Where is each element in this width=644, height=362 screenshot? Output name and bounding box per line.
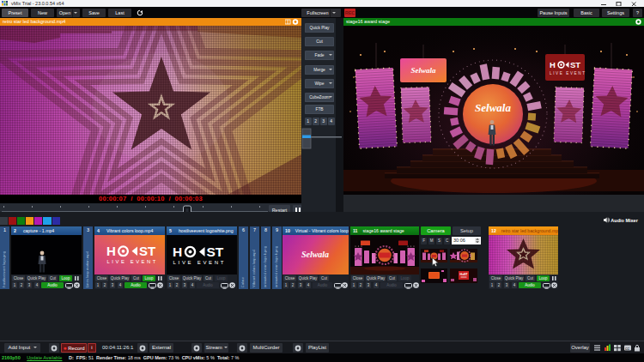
- svg-text:Selwala: Selwala: [410, 66, 436, 75]
- svg-text:H: H: [173, 244, 182, 259]
- svg-text:H: H: [106, 244, 116, 258]
- svg-text:H◂ST: H◂ST: [460, 273, 469, 276]
- svg-text:ST: ST: [139, 244, 155, 258]
- svg-text:H: H: [550, 60, 556, 69]
- svg-text:LIVE EVENT: LIVE EVENT: [173, 260, 227, 265]
- svg-text:LIVE EVENT: LIVE EVENT: [107, 259, 159, 264]
- svg-text:ST: ST: [570, 60, 580, 69]
- svg-text:Selwala: Selwala: [301, 250, 329, 259]
- svg-text:cc: cc: [625, 346, 630, 351]
- svg-text:Selwala: Selwala: [475, 101, 511, 114]
- svg-text:ST: ST: [207, 244, 224, 259]
- svg-text:LIVE EVENT: LIVE EVENT: [550, 71, 586, 75]
